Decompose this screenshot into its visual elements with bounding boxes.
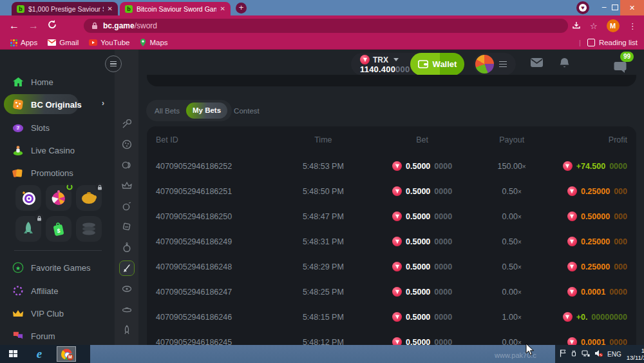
speaker-muted-icon[interactable]	[594, 349, 603, 358]
window-minimize-button[interactable]: –	[596, 0, 612, 15]
trx-coin-icon	[392, 161, 402, 171]
power-plug-icon[interactable]	[571, 349, 577, 358]
table-row[interactable]: 40709052946186249 5:48:31 PM 0.50000000 …	[156, 229, 627, 254]
mouse-cursor	[526, 344, 536, 357]
window-close-button[interactable]: ✕	[620, 0, 644, 15]
plinko-ball-icon[interactable]	[119, 199, 135, 214]
table-row[interactable]: 40709052946186245 5:48:12 PM 0.50000000 …	[156, 329, 627, 345]
live-casino-icon	[12, 144, 24, 157]
bookmark-youtube[interactable]: YouTube	[89, 39, 129, 46]
keno-bomb-icon[interactable]	[119, 240, 135, 255]
browser-tab-2-active[interactable]: b Bitcoin Saviour Sword Game - Pla ✕	[120, 2, 231, 15]
ufo-game-icon[interactable]	[119, 302, 135, 317]
forward-icon[interactable]: →	[28, 20, 39, 32]
rocket-icon	[21, 221, 36, 237]
rocket-game-icon[interactable]	[119, 322, 135, 338]
table-row[interactable]: 40709052946186252 5:48:53 PM 0.50000000 …	[156, 153, 627, 179]
affiliate-icon	[12, 284, 24, 297]
table-row[interactable]: 40709052946186250 5:48:47 PM 0.50000000 …	[156, 204, 627, 229]
table-row[interactable]: 40709052946186247 5:48:25 PM 0.50000000 …	[156, 279, 627, 304]
sidebar-item-bc-originals[interactable]: BC Originals	[0, 95, 115, 114]
cube-game-icon[interactable]	[119, 219, 135, 235]
start-button[interactable]	[4, 346, 23, 362]
back-icon[interactable]: ←	[9, 20, 19, 32]
language-indicator[interactable]: ENG	[607, 351, 621, 358]
bet-time: 5:48:25 PM	[278, 288, 368, 297]
table-row[interactable]: 40709052946186248 5:48:29 PM 0.50000000 …	[156, 254, 627, 279]
wallet-button[interactable]: Wallet	[410, 53, 464, 75]
mail-icon[interactable]	[530, 57, 544, 70]
bookmark-maps[interactable]: Maps	[140, 39, 167, 46]
reading-list-icon	[587, 39, 595, 46]
tab-my-bets-active[interactable]: My Bets	[186, 103, 227, 119]
reading-list[interactable]: | Reading list	[579, 39, 638, 46]
trx-coin-icon	[567, 237, 577, 246]
bookmark-apps[interactable]: Apps	[10, 39, 37, 46]
bet-profit: 0.25000000	[547, 237, 627, 246]
bookmark-gmail[interactable]: Gmail	[48, 39, 79, 46]
tray-date: 13/11/2021	[627, 354, 644, 361]
game-tile-wheel[interactable]	[46, 185, 71, 211]
sidebar-item-favorite-games[interactable]: ★ Favorite Games	[0, 258, 115, 277]
action-center-flag-icon[interactable]	[560, 349, 566, 358]
reload-icon[interactable]	[48, 20, 57, 32]
table-row[interactable]: 40709052946186246 5:48:15 PM 0.50000000 …	[156, 304, 627, 329]
wallet-icon	[418, 60, 428, 68]
sidebar-item-affiliate[interactable]: Affiliate	[0, 281, 115, 300]
col-header-payout: Payout	[477, 135, 547, 144]
menu-dots-icon[interactable]: ⋮	[629, 21, 637, 31]
tab-contest[interactable]: Contest	[229, 107, 265, 115]
chevron-right-icon[interactable]: ›	[102, 99, 104, 108]
game-tile-rocket[interactable]	[15, 216, 41, 242]
sword-game-icon-active[interactable]	[119, 260, 135, 276]
coins-icon[interactable]	[119, 157, 135, 173]
bcgame-favicon: b	[125, 5, 133, 13]
bets-table-card: Bet ID Time Bet Payout Profit 4070905294…	[147, 126, 636, 345]
crash-comet-icon[interactable]	[119, 116, 135, 132]
user-menu[interactable]	[473, 53, 516, 75]
bet-amount: 0.50000000	[368, 262, 476, 271]
favorite-star-icon: ★	[12, 261, 24, 274]
chrome-taskbar-button[interactable]: M	[57, 346, 76, 362]
crown-gems-icon[interactable]	[119, 178, 135, 193]
sidebar-item-vip-club[interactable]: VIP Club	[0, 304, 115, 323]
game-tile-target[interactable]	[15, 185, 41, 211]
media-control-button[interactable]: ♥	[576, 1, 589, 14]
tab-close-icon[interactable]: ✕	[108, 5, 113, 12]
bet-amount: 0.50000000	[368, 237, 476, 246]
sidebar-collapse-button[interactable]	[105, 55, 122, 72]
dice-ball-icon[interactable]	[119, 137, 135, 152]
network-icon[interactable]	[582, 350, 590, 358]
user-avatar[interactable]	[475, 55, 494, 74]
tab-close-icon[interactable]: ✕	[220, 5, 225, 12]
sidebar-item-live-casino[interactable]: Live Casino	[0, 141, 115, 160]
browser-tab-1[interactable]: b $1,000 Prestige Saviour Sword C ✕	[12, 2, 118, 15]
profile-avatar[interactable]: M	[607, 19, 620, 32]
internet-explorer-icon[interactable]: e	[30, 346, 49, 362]
taskbar-clock[interactable]: 18:14 13/11/2021	[627, 347, 644, 361]
spin-wheel-icon	[50, 190, 67, 206]
address-bar[interactable]: bc.game/sword	[84, 19, 568, 33]
bcgame-page: b BC.GAME Home BC Originals › 7	[0, 50, 644, 345]
game-tile-dollar-tag[interactable]: $	[46, 216, 71, 242]
youtube-icon	[89, 39, 97, 46]
game-tile-piggy[interactable]	[76, 185, 102, 211]
new-tab-button[interactable]: +	[236, 3, 247, 14]
bet-time: 5:48:53 PM	[278, 162, 368, 171]
target-spiral-icon	[20, 190, 37, 206]
sidebar-item-home[interactable]: Home	[0, 72, 115, 92]
window-maximize-button[interactable]	[612, 5, 618, 10]
chat-icon[interactable]	[614, 61, 627, 75]
bell-icon[interactable]	[559, 57, 570, 72]
table-row[interactable]: 40709052946186251 5:48:50 PM 0.50000000 …	[156, 179, 627, 204]
sidebar-item-forum[interactable]: Forum	[0, 326, 115, 345]
eye-game-icon[interactable]	[119, 281, 135, 297]
sidebar-item-promotions[interactable]: Promotions	[0, 163, 115, 182]
system-tray: ENG 18:14 13/11/2021	[555, 345, 644, 363]
game-tile-coins[interactable]	[76, 216, 102, 242]
bookmark-star-icon[interactable]: ☆	[590, 21, 598, 31]
sidebar-item-slots[interactable]: 7 Slots	[0, 118, 115, 137]
bet-id: 40709052946186252	[156, 162, 278, 171]
download-icon[interactable]	[572, 21, 581, 32]
tab-all-bets[interactable]: All Bets	[149, 107, 185, 115]
